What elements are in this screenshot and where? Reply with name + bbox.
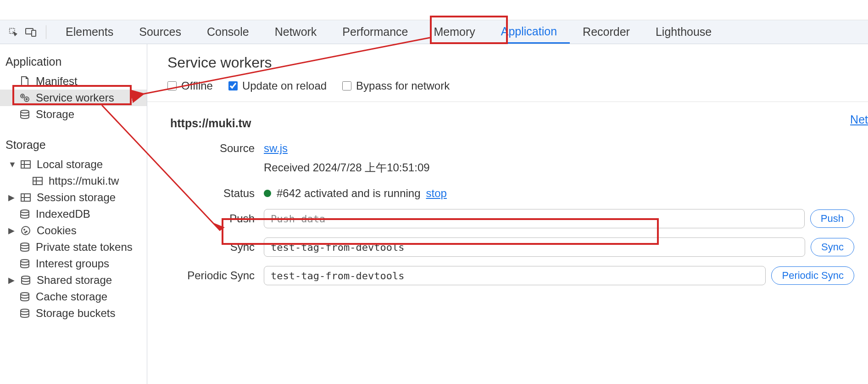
periodic-sync-button[interactable]: Periodic Sync [771, 266, 854, 285]
device-toggle-icon[interactable] [22, 23, 39, 41]
window-top-gap [0, 0, 868, 20]
sidebar-item-session-storage[interactable]: ▶ Session storage [0, 189, 147, 206]
received-timestamp: Received 2024/7/28 上午10:51:09 [264, 160, 854, 175]
push-input[interactable] [264, 209, 805, 228]
sidebar-item-cookies[interactable]: ▶ Cookies [0, 222, 147, 239]
sidebar-section-application: Application [0, 51, 147, 73]
svg-point-21 [25, 232, 26, 233]
devtools-tab-bar: Elements Sources Console Network Perform… [0, 20, 868, 44]
offline-checkbox[interactable]: Offline [167, 79, 213, 92]
source-file-link[interactable]: sw.js [264, 142, 288, 155]
grid-icon [19, 191, 32, 204]
sync-button[interactable]: Sync [811, 238, 854, 256]
sidebar-label: Cache storage [36, 290, 107, 303]
sidebar-item-shared-storage[interactable]: ▶ Shared storage [0, 272, 147, 288]
svg-point-4 [22, 96, 23, 96]
sidebar-item-local-storage[interactable]: ▼ Local storage [0, 156, 147, 173]
sidebar-item-cache-storage[interactable]: Cache storage [0, 288, 147, 305]
sidebar-item-local-storage-origin[interactable]: https://muki.tw [0, 173, 147, 189]
bypass-label: Bypass for network [356, 79, 450, 92]
tab-recorder[interactable]: Recorder [570, 20, 643, 44]
database-icon [18, 257, 31, 270]
periodic-sync-label: Periodic Sync [167, 269, 264, 282]
sidebar-label: Service workers [36, 91, 114, 104]
sidebar-label: Session storage [37, 191, 116, 204]
sidebar-label: Private state tokens [36, 241, 133, 254]
svg-rect-2 [32, 30, 36, 36]
svg-point-3 [21, 94, 24, 98]
svg-point-22 [21, 243, 29, 246]
application-sidebar: Application Manifest Service workers Sto… [0, 44, 147, 384]
chevron-down-icon: ▼ [8, 160, 15, 169]
tab-console[interactable]: Console [194, 20, 262, 44]
svg-point-19 [24, 229, 25, 230]
sidebar-label: https://muki.tw [49, 175, 119, 187]
svg-point-23 [21, 260, 29, 262]
status-text: #642 activated and is running [277, 187, 421, 200]
svg-point-17 [21, 210, 29, 213]
update-label: Update on reload [242, 79, 327, 92]
push-label: Push [167, 212, 264, 225]
tab-application[interactable]: Application [488, 20, 570, 44]
sidebar-label: Shared storage [37, 274, 112, 287]
sidebar-item-interest-groups[interactable]: Interest groups [0, 255, 147, 272]
sidebar-section-storage: Storage [0, 134, 147, 156]
svg-point-20 [26, 231, 27, 232]
sync-input[interactable] [264, 237, 805, 257]
file-icon [18, 75, 31, 88]
chevron-right-icon: ▶ [8, 275, 15, 285]
sidebar-label: Storage [36, 108, 74, 121]
tab-performance[interactable]: Performance [329, 20, 421, 44]
svg-point-7 [21, 110, 29, 113]
sidebar-item-storage-buckets[interactable]: Storage buckets [0, 305, 147, 322]
svg-point-24 [22, 276, 30, 279]
sidebar-item-manifest[interactable]: Manifest [0, 73, 147, 90]
sidebar-item-service-workers[interactable]: Service workers [0, 90, 147, 106]
database-icon [18, 290, 31, 303]
gears-icon [18, 91, 31, 104]
source-label: Source [167, 142, 264, 155]
sw-options-row: Offline Update on reload Bypass for netw… [147, 79, 868, 102]
separator [46, 25, 46, 39]
svg-point-5 [24, 97, 29, 102]
tab-network[interactable]: Network [262, 20, 330, 44]
sidebar-item-indexeddb[interactable]: IndexedDB [0, 206, 147, 222]
sidebar-label: Interest groups [36, 257, 109, 270]
sidebar-label: Local storage [37, 158, 103, 171]
bypass-for-network-checkbox[interactable]: Bypass for network [342, 79, 450, 92]
sidebar-label: IndexedDB [36, 208, 90, 220]
sidebar-label: Manifest [36, 75, 78, 88]
page-title: Service workers [167, 54, 854, 71]
status-dot-icon [264, 190, 271, 197]
update-on-reload-checkbox[interactable]: Update on reload [228, 79, 327, 92]
tab-lighthouse[interactable]: Lighthouse [643, 20, 724, 44]
grid-icon [19, 158, 32, 171]
chevron-right-icon: ▶ [8, 192, 15, 203]
stop-link[interactable]: stop [426, 187, 447, 200]
grid-icon [31, 175, 44, 187]
sidebar-label: Cookies [37, 224, 77, 237]
sidebar-item-private-state-tokens[interactable]: Private state tokens [0, 239, 147, 255]
offline-label: Offline [181, 79, 213, 92]
svg-point-25 [21, 293, 29, 295]
database-icon [18, 241, 31, 254]
tab-memory[interactable]: Memory [421, 20, 488, 44]
periodic-sync-input[interactable] [264, 266, 766, 285]
sw-origin: https://muki.tw [170, 117, 854, 130]
database-icon [18, 208, 31, 220]
sidebar-item-storage[interactable]: Storage [0, 106, 147, 123]
tab-elements[interactable]: Elements [53, 20, 126, 44]
svg-point-26 [21, 309, 29, 312]
svg-point-6 [26, 99, 28, 100]
push-button[interactable]: Push [810, 209, 854, 228]
sync-label: Sync [167, 241, 264, 254]
database-icon [18, 108, 31, 121]
sidebar-label: Storage buckets [36, 307, 115, 320]
chevron-right-icon: ▶ [8, 226, 15, 236]
tab-sources[interactable]: Sources [126, 20, 194, 44]
network-requests-link[interactable]: Net [850, 113, 868, 126]
inspect-icon[interactable] [5, 23, 22, 41]
main-panel: Service workers Offline Update on reload… [147, 44, 868, 384]
database-icon [19, 274, 32, 287]
status-label: Status [167, 187, 264, 200]
